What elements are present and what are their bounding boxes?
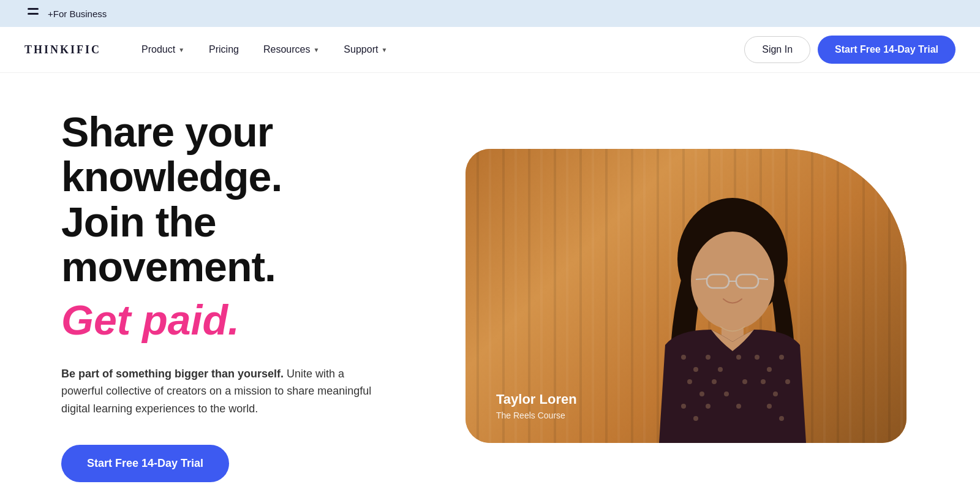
person-name: Taylor Loren	[496, 391, 577, 407]
svg-point-30	[742, 379, 747, 384]
svg-point-20	[724, 391, 729, 396]
svg-point-19	[712, 379, 717, 384]
resources-chevron-icon: ▼	[313, 47, 319, 53]
svg-point-29	[736, 355, 741, 360]
hero-headline-pink: Get paid.	[61, 297, 404, 343]
person-illustration	[616, 161, 849, 443]
hero-left-content: Share yourknowledge.Join the movement. G…	[61, 110, 404, 482]
hero-right-content: Taylor Loren The Reels Course	[441, 149, 931, 443]
svg-line-8	[758, 279, 768, 279]
nav-links: Product ▼ Pricing Resources ▼ Support ▼	[132, 38, 744, 61]
svg-point-26	[706, 404, 710, 409]
svg-point-18	[699, 391, 704, 396]
svg-point-28	[779, 416, 784, 421]
nav-trial-button[interactable]: Start Free 14-Day Trial	[818, 36, 956, 64]
hero-headline-line1: Share yourknowledge.Join the movement.	[61, 108, 282, 290]
hero-section: Share yourknowledge.Join the movement. G…	[0, 73, 980, 503]
pricing-nav-item[interactable]: Pricing	[199, 38, 249, 61]
navbar: THINKIFIC Product ▼ Pricing Resources ▼ …	[0, 27, 980, 73]
svg-point-23	[785, 379, 790, 384]
product-nav-label: Product	[141, 44, 175, 55]
support-nav-label: Support	[344, 44, 378, 55]
svg-line-7	[696, 279, 707, 279]
thinkific-for-business-icon	[24, 5, 42, 22]
person-course: The Reels Course	[496, 410, 565, 420]
svg-point-27	[767, 404, 772, 409]
resources-nav-label: Resources	[263, 44, 310, 55]
svg-point-13	[718, 367, 723, 372]
hero-image: Taylor Loren The Reels Course	[466, 149, 907, 443]
svg-point-10	[681, 355, 686, 360]
svg-point-16	[779, 355, 784, 360]
hero-subtext: Be part of something bigger than yoursel…	[61, 365, 380, 418]
top-banner-text: +For Business	[48, 9, 107, 19]
hero-background: Taylor Loren The Reels Course	[466, 149, 907, 443]
pricing-nav-label: Pricing	[209, 44, 239, 55]
thinkific-logo[interactable]: THINKIFIC	[24, 43, 101, 56]
svg-point-25	[693, 416, 698, 421]
top-banner: +For Business	[0, 0, 980, 27]
svg-point-12	[706, 355, 710, 360]
svg-point-14	[755, 355, 760, 360]
hero-trial-button[interactable]: Start Free 14-Day Trial	[61, 445, 229, 482]
svg-rect-1	[28, 13, 39, 15]
svg-point-21	[761, 379, 766, 384]
svg-point-11	[693, 367, 698, 372]
resources-nav-item[interactable]: Resources ▼	[254, 38, 329, 61]
product-nav-item[interactable]: Product ▼	[132, 38, 194, 61]
support-chevron-icon: ▼	[381, 47, 387, 53]
sign-in-button[interactable]: Sign In	[744, 36, 810, 63]
product-chevron-icon: ▼	[178, 47, 184, 53]
hero-headline: Share yourknowledge.Join the movement.	[61, 110, 404, 290]
svg-rect-0	[28, 8, 39, 10]
support-nav-item[interactable]: Support ▼	[334, 38, 397, 61]
svg-point-31	[736, 404, 741, 409]
nav-actions: Sign In Start Free 14-Day Trial	[744, 36, 956, 64]
svg-point-24	[681, 404, 686, 409]
svg-point-22	[773, 391, 778, 396]
svg-point-17	[687, 379, 692, 384]
svg-point-15	[767, 367, 772, 372]
person-caption: Taylor Loren The Reels Course	[496, 391, 577, 421]
hero-subtext-bold: Be part of something bigger than yoursel…	[61, 368, 284, 380]
